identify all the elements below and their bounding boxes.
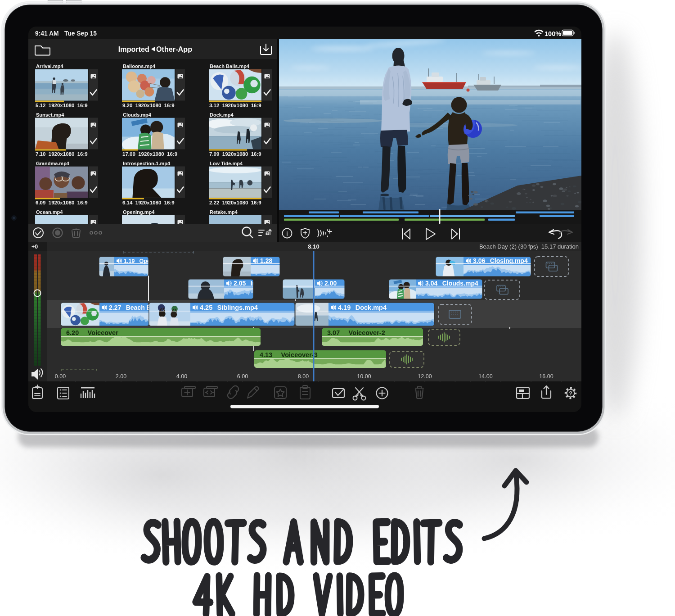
svg-text:Arrival.mp4: Arrival.mp4 [36, 63, 63, 69]
svg-text:Retake.mp4: Retake.mp4 [210, 209, 238, 215]
svg-text:7.10 1920x1080 16:9: 7.10 1920x1080 16:9 [36, 151, 88, 157]
svg-text:3.12 1920x1080 16:9: 3.12 1920x1080 16:9 [209, 103, 261, 108]
svg-text:6.00: 6.00 [237, 373, 248, 380]
svg-text:Grandma.mp4: Grandma.mp4 [36, 161, 70, 166]
svg-text:i: i [286, 230, 288, 237]
svg-text:a: a [266, 229, 269, 236]
svg-text:6.14 1920x1080 16:9: 6.14 1920x1080 16:9 [122, 200, 175, 205]
svg-text:Beach Day (2) (30 fps) 15.17: Beach Day (2) (30 fps) 15.17 duration [479, 243, 579, 250]
svg-text:7.09 1920x1080 16:9: 7.09 1920x1080 16:9 [209, 151, 261, 157]
svg-text:Sunset.mp4: Sunset.mp4 [36, 112, 64, 118]
svg-text:4.19: 4.19 [338, 304, 351, 311]
svg-text:6.20: 6.20 [66, 329, 79, 336]
svg-text:Tue Sep 15: Tue Sep 15 [64, 30, 97, 37]
svg-text:2.00: 2.00 [116, 373, 126, 380]
svg-text:3.07: 3.07 [327, 329, 340, 336]
svg-text:9.20 1920x1080 16:9: 9.20 1920x1080 16:9 [122, 103, 175, 108]
svg-text:Voiceover-2: Voiceover-2 [349, 329, 385, 336]
svg-text:Low Tide.mp4: Low Tide.mp4 [210, 161, 243, 166]
svg-text:2.27: 2.27 [109, 304, 121, 311]
svg-text:9:41 AM: 9:41 AM [35, 30, 58, 37]
svg-text:14.00: 14.00 [478, 373, 492, 380]
svg-text:Clouds.mp4: Clouds.mp4 [123, 112, 152, 118]
svg-text:0.00: 0.00 [55, 373, 66, 380]
svg-text:Ocean.mp4: Ocean.mp4 [36, 209, 63, 215]
svg-text:Siblings.mp4: Siblings.mp4 [217, 304, 258, 311]
svg-text:6.09 1920x1080 16:9: 6.09 1920x1080 16:9 [36, 200, 88, 205]
svg-text:?: ? [569, 390, 572, 397]
svg-text:Balloons.mp4: Balloons.mp4 [123, 63, 156, 69]
svg-text:8.10: 8.10 [308, 243, 319, 250]
svg-text:4.13: 4.13 [260, 351, 272, 358]
svg-text:100%: 100% [544, 30, 561, 37]
svg-text:+0: +0 [32, 244, 38, 250]
svg-text:Introspection-1.mp4: Introspection-1.mp4 [123, 161, 171, 166]
svg-text:4.00: 4.00 [176, 373, 187, 380]
svg-text:12.00: 12.00 [418, 373, 432, 380]
svg-text:Dock.mp4: Dock.mp4 [356, 304, 387, 311]
svg-text:Beach B: Beach B [126, 304, 151, 311]
svg-text:Other-App: Other-App [156, 45, 192, 53]
svg-text:17.00 1920x1080 16:9: 17.00 1920x1080 16:9 [122, 151, 177, 157]
svg-text:Voiceover: Voiceover [88, 329, 119, 336]
svg-text:Opening.mp4: Opening.mp4 [123, 209, 155, 215]
svg-text:8.00: 8.00 [298, 373, 309, 380]
svg-text:10.00: 10.00 [357, 373, 371, 380]
svg-text:4.25: 4.25 [200, 304, 212, 311]
svg-text:16.00: 16.00 [539, 373, 553, 380]
svg-text:5.12 1920x1080 16:9: 5.12 1920x1080 16:9 [36, 103, 88, 108]
svg-text:Imported: Imported [118, 45, 149, 53]
svg-text:Voiceover-3: Voiceover-3 [281, 351, 318, 358]
svg-text:Dock.mp4: Dock.mp4 [210, 112, 234, 118]
svg-text:2.22 1920x1080 16:9: 2.22 1920x1080 16:9 [209, 200, 261, 205]
svg-text:Beach Balls.mp4: Beach Balls.mp4 [210, 63, 250, 69]
